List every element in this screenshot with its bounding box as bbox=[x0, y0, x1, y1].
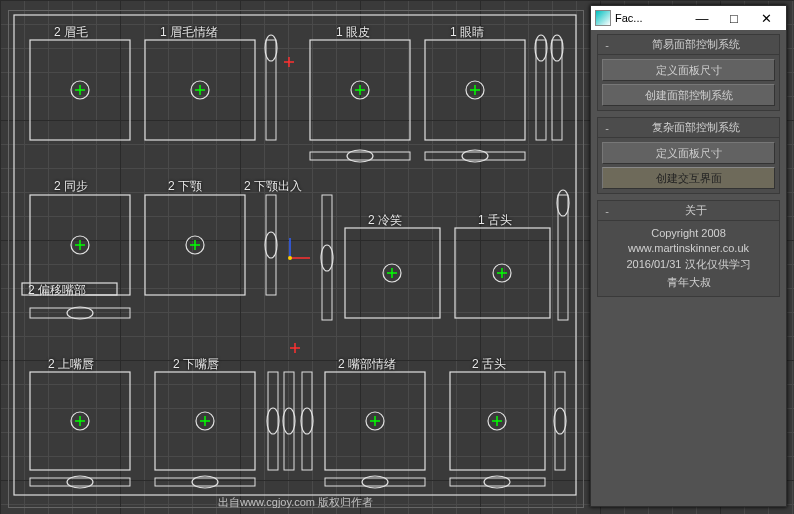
collapse-icon[interactable]: - bbox=[602, 122, 612, 134]
label-mouth-emo: 2 嘴部情绪 bbox=[338, 356, 396, 373]
facial-panel[interactable]: Fac... — □ ✕ - 简易面部控制系统 定义面板尺寸 创建面部控制系统 … bbox=[590, 5, 787, 507]
svg-rect-10 bbox=[266, 40, 276, 140]
close-button[interactable]: ✕ bbox=[750, 6, 782, 30]
panel-title: Fac... bbox=[615, 12, 643, 24]
collapse-icon[interactable]: - bbox=[602, 205, 612, 217]
svg-rect-40 bbox=[155, 478, 255, 486]
group-complex-title: 复杂面部控制系统 bbox=[616, 120, 775, 135]
group-simple: - 简易面部控制系统 定义面板尺寸 创建面部控制系统 bbox=[597, 34, 780, 111]
label-eyebrow-emo: 1 眉毛情绪 bbox=[160, 24, 218, 41]
about-url: www.martinskinner.co.uk bbox=[628, 242, 749, 254]
app-icon bbox=[595, 10, 611, 26]
label-tongue1: 1 舌头 bbox=[478, 212, 512, 229]
svg-rect-19 bbox=[266, 195, 276, 295]
svg-rect-39 bbox=[30, 478, 130, 486]
group-about-title: 关于 bbox=[616, 203, 775, 218]
panel-body: - 简易面部控制系统 定义面板尺寸 创建面部控制系统 - 复杂面部控制系统 定义… bbox=[591, 30, 786, 307]
collapse-icon[interactable]: - bbox=[602, 39, 612, 51]
about-author: 青年大叔 bbox=[667, 275, 711, 290]
label-jaw: 2 下颚 bbox=[168, 178, 202, 195]
svg-rect-16 bbox=[425, 152, 525, 160]
svg-point-22 bbox=[288, 256, 292, 260]
watermark: 出自www.cgjoy.com 版权归作者 bbox=[218, 495, 373, 510]
svg-rect-15 bbox=[310, 152, 410, 160]
label-jaw-inout: 2 下颚出入 bbox=[244, 178, 302, 195]
label-tongue2: 2 舌头 bbox=[472, 356, 506, 373]
svg-rect-42 bbox=[450, 478, 545, 486]
svg-rect-12 bbox=[552, 40, 562, 140]
svg-rect-38 bbox=[555, 372, 565, 470]
group-about: - 关于 Copyright 2008 www.martinskinner.co… bbox=[597, 200, 780, 297]
btn-create-ui[interactable]: 创建交互界面 bbox=[602, 167, 775, 189]
group-simple-title: 简易面部控制系统 bbox=[616, 37, 775, 52]
svg-rect-41 bbox=[325, 478, 425, 486]
group-about-head[interactable]: - 关于 bbox=[598, 201, 779, 221]
panel-titlebar[interactable]: Fac... — □ ✕ bbox=[591, 6, 786, 30]
btn-create-facial-system[interactable]: 创建面部控制系统 bbox=[602, 84, 775, 106]
btn-define-size-1[interactable]: 定义面板尺寸 bbox=[602, 59, 775, 81]
svg-rect-35 bbox=[268, 372, 278, 470]
label-eyebrow: 2 眉毛 bbox=[54, 24, 88, 41]
label-sneer: 2 冷笑 bbox=[368, 212, 402, 229]
label-sync: 2 同步 bbox=[54, 178, 88, 195]
label-eyelid: 1 眼皮 bbox=[336, 24, 370, 41]
btn-define-size-2[interactable]: 定义面板尺寸 bbox=[602, 142, 775, 164]
label-upper-lip: 2 上嘴唇 bbox=[48, 356, 94, 373]
group-complex: - 复杂面部控制系统 定义面板尺寸 创建交互界面 bbox=[597, 117, 780, 194]
svg-rect-37 bbox=[302, 372, 312, 470]
about-copyright: Copyright 2008 bbox=[651, 227, 726, 239]
label-lower-lip: 2 下嘴唇 bbox=[173, 356, 219, 373]
minimize-button[interactable]: — bbox=[686, 6, 718, 30]
label-eye: 1 眼睛 bbox=[450, 24, 484, 41]
svg-rect-25 bbox=[322, 195, 332, 320]
svg-rect-36 bbox=[284, 372, 294, 470]
group-simple-head[interactable]: - 简易面部控制系统 bbox=[598, 35, 779, 55]
viewport-root: 2 眉毛 1 眉毛情绪 1 眼皮 1 眼睛 2 同步 2 下颚 2 下颚出入 2… bbox=[0, 0, 794, 514]
group-complex-head[interactable]: - 复杂面部控制系统 bbox=[598, 118, 779, 138]
label-mouth-offset: 2 偏移嘴部 bbox=[28, 282, 86, 299]
maximize-button[interactable]: □ bbox=[718, 6, 750, 30]
about-translation: 2016/01/31 汉化仅供学习 bbox=[626, 257, 750, 272]
svg-rect-11 bbox=[536, 40, 546, 140]
svg-rect-28 bbox=[30, 308, 130, 318]
